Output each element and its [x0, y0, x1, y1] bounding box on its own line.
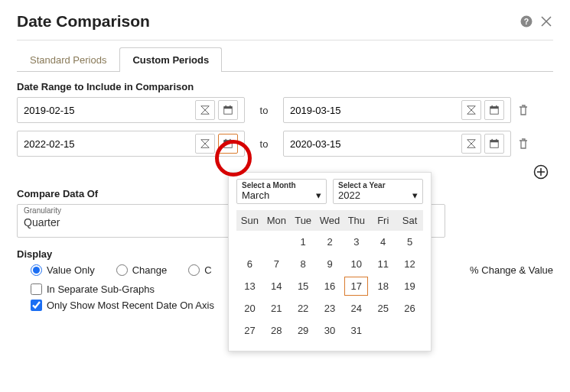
calendar-day-header: Tue	[290, 210, 317, 231]
radio-change-input[interactable]	[116, 264, 128, 276]
calendar-day[interactable]: 23	[317, 297, 344, 319]
chevron-down-icon: ▾	[412, 190, 418, 201]
delete-row-icon[interactable]	[517, 104, 533, 116]
date-range-section-label: Date Range to Include in Comparison	[17, 81, 553, 92]
tab-standard-periods[interactable]: Standard Periods	[17, 47, 119, 72]
svg-rect-5	[230, 105, 230, 108]
checkbox-recent-axis-input[interactable]	[31, 300, 42, 311]
calendar-day[interactable]: 15	[290, 275, 317, 297]
calendar-day[interactable]: 7	[263, 253, 290, 275]
month-select[interactable]: Select a Month March▾	[236, 179, 327, 204]
pct-change-value-label: % Change & Value	[470, 264, 553, 276]
svg-rect-17	[496, 139, 497, 141]
formula-icon[interactable]	[461, 100, 481, 120]
to-date-field[interactable]	[283, 131, 511, 157]
calendar-day[interactable]: 12	[396, 253, 423, 275]
close-icon[interactable]	[539, 15, 553, 28]
to-date-input[interactable]	[290, 138, 458, 150]
radio-partial-label: C	[204, 264, 211, 276]
calendar-day-header: Wed	[317, 210, 344, 231]
calendar-day-header: Sat	[396, 210, 423, 231]
calendar-day-header: Fri	[370, 210, 396, 231]
calendar-day[interactable]: 13	[236, 275, 263, 297]
radio-partial-input[interactable]	[188, 264, 200, 276]
calendar-day[interactable]: 2	[317, 231, 344, 253]
from-date-field[interactable]	[17, 97, 245, 123]
month-select-label: Select a Month	[242, 181, 321, 190]
delete-row-icon[interactable]	[517, 138, 533, 150]
calendar-day-header: Thu	[343, 210, 370, 231]
tab-custom-periods[interactable]: Custom Periods	[119, 47, 222, 72]
date-range-row: to	[17, 97, 553, 123]
calendar-day[interactable]: 4	[370, 231, 396, 253]
calendar-day[interactable]: 6	[236, 253, 263, 275]
formula-icon[interactable]	[195, 100, 215, 120]
year-select-label: Select a Year	[338, 181, 418, 190]
to-label: to	[251, 105, 277, 116]
formula-icon[interactable]	[195, 134, 215, 154]
calendar-day[interactable]: 21	[263, 297, 290, 319]
svg-rect-7	[490, 107, 499, 109]
radio-value-only-input[interactable]	[31, 264, 42, 276]
calendar-day[interactable]: 16	[317, 275, 344, 297]
calendar-day[interactable]: 30	[317, 319, 344, 342]
svg-rect-12	[226, 139, 226, 141]
help-icon[interactable]: ?	[520, 15, 533, 28]
formula-icon[interactable]	[461, 134, 481, 154]
radio-change-label: Change	[132, 264, 168, 276]
svg-rect-16	[492, 139, 493, 141]
calendar-day[interactable]: 8	[290, 253, 317, 275]
dialog-title: Date Comparison	[17, 12, 150, 31]
svg-rect-8	[492, 105, 493, 108]
calendar-day[interactable]: 18	[370, 275, 396, 297]
svg-text:?: ?	[524, 17, 529, 26]
date-range-row: to	[17, 131, 553, 157]
calendar-day[interactable]: 19	[396, 275, 423, 297]
calendar-day[interactable]: 11	[370, 253, 396, 275]
svg-rect-13	[230, 139, 230, 141]
datepicker-popup: Select a Month March▾ Select a Year 2022…	[228, 172, 432, 352]
to-date-input[interactable]	[290, 105, 458, 116]
calendar-day[interactable]: 26	[396, 297, 423, 319]
radio-change[interactable]: Change	[116, 264, 168, 276]
calendar-icon[interactable]	[218, 100, 238, 120]
calendar-day[interactable]: 28	[263, 319, 290, 342]
checkbox-sub-graphs-input[interactable]	[31, 283, 42, 295]
calendar-day[interactable]: 22	[290, 297, 317, 319]
chevron-down-icon: ▾	[316, 190, 321, 201]
from-date-input[interactable]	[24, 138, 192, 150]
svg-rect-15	[490, 141, 499, 143]
calendar-day[interactable]: 1	[290, 231, 317, 253]
svg-rect-9	[496, 105, 497, 108]
checkbox-sub-graphs-label: In Separate Sub-Graphs	[47, 283, 155, 295]
calendar-grid: SunMonTueWedThuFriSat..12345678910111213…	[236, 210, 423, 342]
calendar-day[interactable]: 3	[343, 231, 370, 253]
calendar-day[interactable]: 14	[263, 275, 290, 297]
calendar-day[interactable]: 24	[343, 297, 370, 319]
radio-value-only[interactable]: Value Only	[31, 264, 95, 276]
calendar-day[interactable]: 27	[236, 319, 263, 342]
radio-value-only-label: Value Only	[47, 264, 95, 276]
to-date-field[interactable]	[283, 97, 511, 123]
add-row-icon[interactable]	[533, 164, 549, 180]
calendar-day[interactable]: 29	[290, 319, 317, 342]
year-select[interactable]: Select a Year 2022▾	[333, 179, 423, 204]
calendar-icon[interactable]	[484, 100, 504, 120]
svg-rect-4	[226, 105, 226, 108]
from-date-field[interactable]	[17, 131, 245, 157]
calendar-icon[interactable]	[484, 134, 504, 154]
calendar-day[interactable]: 31	[343, 319, 370, 342]
calendar-day[interactable]: 9	[317, 253, 344, 275]
calendar-day[interactable]: 25	[370, 297, 396, 319]
calendar-day[interactable]: 5	[396, 231, 423, 253]
calendar-icon[interactable]	[218, 134, 238, 154]
calendar-day[interactable]: 10	[343, 253, 370, 275]
calendar-day[interactable]: 17	[343, 275, 370, 297]
from-date-input[interactable]	[24, 105, 192, 116]
radio-partial[interactable]: C	[188, 264, 211, 276]
checkbox-recent-axis-label: Only Show Most Recent Date On Axis	[47, 300, 214, 311]
month-select-value: March	[242, 190, 269, 201]
year-select-value: 2022	[338, 190, 360, 201]
calendar-day[interactable]: 20	[236, 297, 263, 319]
svg-rect-3	[224, 107, 233, 109]
